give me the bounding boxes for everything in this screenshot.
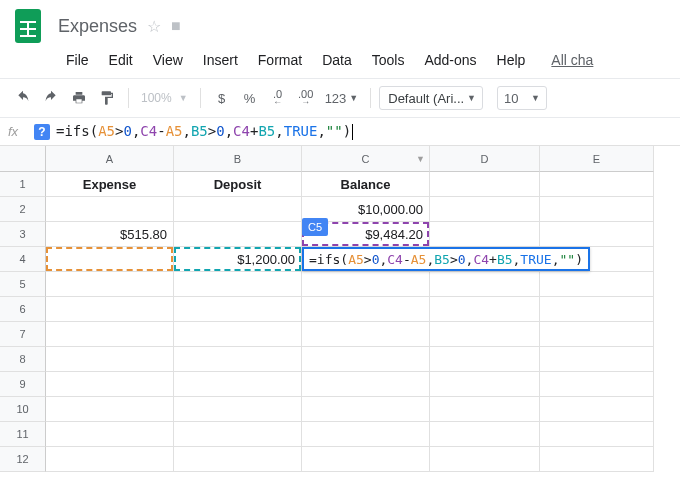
formula-help-icon[interactable]: ? xyxy=(34,124,50,140)
row-header-3[interactable]: 3 xyxy=(0,222,46,247)
formula-input[interactable]: =ifs(A5>0,C4-A5,B5>0,C4+B5,TRUE,"") xyxy=(56,123,353,140)
row-header-7[interactable]: 7 xyxy=(0,322,46,347)
print-button[interactable] xyxy=(66,85,92,111)
row-header-6[interactable]: 6 xyxy=(0,297,46,322)
cell-A11[interactable] xyxy=(46,422,174,447)
cell-B5[interactable] xyxy=(174,272,302,297)
cell-A6[interactable] xyxy=(46,297,174,322)
select-all-corner[interactable] xyxy=(0,146,46,172)
cell-D9[interactable] xyxy=(430,372,540,397)
cell-D5[interactable] xyxy=(430,272,540,297)
row-header-9[interactable]: 9 xyxy=(0,372,46,397)
font-size-select[interactable]: 10▼ xyxy=(497,86,547,110)
menu-view[interactable]: View xyxy=(145,50,191,70)
menu-truncated[interactable]: All cha xyxy=(543,50,601,70)
cell-A2[interactable] xyxy=(46,197,174,222)
menu-insert[interactable]: Insert xyxy=(195,50,246,70)
cell-C7[interactable] xyxy=(302,322,430,347)
cell-E12[interactable] xyxy=(540,447,654,472)
cell-A9[interactable] xyxy=(46,372,174,397)
cell-B11[interactable] xyxy=(174,422,302,447)
cell-C6[interactable] xyxy=(302,297,430,322)
cell-D8[interactable] xyxy=(430,347,540,372)
increase-decimal-button[interactable]: .00→ xyxy=(293,85,319,111)
cell-E1[interactable] xyxy=(540,172,654,197)
cell-B7[interactable] xyxy=(174,322,302,347)
fx-icon[interactable]: fx xyxy=(8,124,28,139)
cell-D2[interactable] xyxy=(430,197,540,222)
cell-E7[interactable] xyxy=(540,322,654,347)
cell-A5[interactable] xyxy=(46,272,174,297)
row-header-8[interactable]: 8 xyxy=(0,347,46,372)
sheets-logo[interactable] xyxy=(8,6,48,46)
cell-A3[interactable]: $515.80 xyxy=(46,222,174,247)
cell-E2[interactable] xyxy=(540,197,654,222)
cell-A10[interactable] xyxy=(46,397,174,422)
row-header-4[interactable]: 4 xyxy=(0,247,46,272)
folder-icon[interactable]: ■ xyxy=(171,17,181,35)
cell-D3[interactable] xyxy=(430,222,540,247)
cell-B8[interactable] xyxy=(174,347,302,372)
cell-B10[interactable] xyxy=(174,397,302,422)
cell-C10[interactable] xyxy=(302,397,430,422)
cell-C8[interactable] xyxy=(302,347,430,372)
col-header-C[interactable]: C▼ xyxy=(302,146,430,172)
cell-B2[interactable] xyxy=(174,197,302,222)
cell-B4[interactable]: $1,200.00 xyxy=(174,247,302,272)
cell-C9[interactable] xyxy=(302,372,430,397)
cell-B6[interactable] xyxy=(174,297,302,322)
format-percent-button[interactable]: % xyxy=(237,85,263,111)
row-header-12[interactable]: 12 xyxy=(0,447,46,472)
cell-E6[interactable] xyxy=(540,297,654,322)
cell-B3[interactable] xyxy=(174,222,302,247)
cell-E10[interactable] xyxy=(540,397,654,422)
cell-C5[interactable] xyxy=(302,272,430,297)
cell-E5[interactable] xyxy=(540,272,654,297)
menu-tools[interactable]: Tools xyxy=(364,50,413,70)
cell-C1[interactable]: Balance xyxy=(302,172,430,197)
menu-file[interactable]: File xyxy=(58,50,97,70)
undo-button[interactable] xyxy=(10,85,36,111)
cell-D12[interactable] xyxy=(430,447,540,472)
menu-data[interactable]: Data xyxy=(314,50,360,70)
row-header-11[interactable]: 11 xyxy=(0,422,46,447)
more-formats-button[interactable]: 123▼ xyxy=(321,85,363,111)
cell-E8[interactable] xyxy=(540,347,654,372)
cell-B9[interactable] xyxy=(174,372,302,397)
col-header-E[interactable]: E xyxy=(540,146,654,172)
cell-A1[interactable]: Expense xyxy=(46,172,174,197)
chevron-down-icon[interactable]: ▼ xyxy=(416,154,425,164)
cell-B1[interactable]: Deposit xyxy=(174,172,302,197)
row-header-10[interactable]: 10 xyxy=(0,397,46,422)
cell-A7[interactable] xyxy=(46,322,174,347)
menu-addons[interactable]: Add-ons xyxy=(416,50,484,70)
row-header-5[interactable]: 5 xyxy=(0,272,46,297)
cell-E3[interactable] xyxy=(540,222,654,247)
col-header-D[interactable]: D xyxy=(430,146,540,172)
cell-A4[interactable] xyxy=(46,247,174,272)
font-family-select[interactable]: Default (Ari...▼ xyxy=(379,86,483,110)
row-header-1[interactable]: 1 xyxy=(0,172,46,197)
cell-E11[interactable] xyxy=(540,422,654,447)
doc-title[interactable]: Expenses xyxy=(58,16,137,37)
cell-D1[interactable] xyxy=(430,172,540,197)
row-header-2[interactable]: 2 xyxy=(0,197,46,222)
menu-format[interactable]: Format xyxy=(250,50,310,70)
menu-edit[interactable]: Edit xyxy=(101,50,141,70)
decrease-decimal-button[interactable]: .0← xyxy=(265,85,291,111)
format-currency-button[interactable]: $ xyxy=(209,85,235,111)
star-icon[interactable]: ☆ xyxy=(147,17,161,36)
active-cell-editor[interactable]: =ifs(A5>0,C4-A5,B5>0,C4+B5,TRUE,"") xyxy=(302,247,590,271)
paint-format-button[interactable] xyxy=(94,85,120,111)
zoom-select[interactable]: 100%▼ xyxy=(137,85,192,111)
menu-help[interactable]: Help xyxy=(489,50,534,70)
cell-D6[interactable] xyxy=(430,297,540,322)
cell-D11[interactable] xyxy=(430,422,540,447)
cell-D7[interactable] xyxy=(430,322,540,347)
col-header-A[interactable]: A xyxy=(46,146,174,172)
redo-button[interactable] xyxy=(38,85,64,111)
cell-B12[interactable] xyxy=(174,447,302,472)
col-header-B[interactable]: B xyxy=(174,146,302,172)
cell-D10[interactable] xyxy=(430,397,540,422)
cell-C11[interactable] xyxy=(302,422,430,447)
